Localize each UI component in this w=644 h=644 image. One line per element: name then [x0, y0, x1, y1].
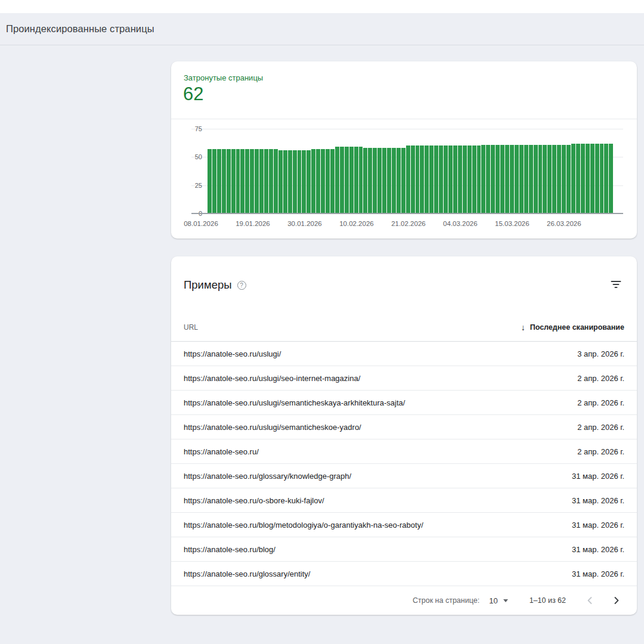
bar	[609, 144, 613, 213]
bar	[581, 144, 585, 213]
url-cell[interactable]: https://anatole-seo.ru/glossary/knowledg…	[184, 472, 572, 481]
bar	[236, 149, 240, 213]
bar	[411, 145, 415, 213]
y-axis-tick: 75	[195, 125, 202, 132]
table-row[interactable]: https://anatole-seo.ru/blog/31 мар. 2026…	[171, 537, 637, 562]
bar	[566, 145, 571, 213]
bar	[453, 145, 457, 213]
bar	[571, 144, 575, 213]
x-axis-label: 15.03.2026	[495, 220, 530, 227]
last-crawl-cell: 31 мар. 2026 г.	[572, 545, 624, 554]
table-row[interactable]: https://anatole-seo.ru/2 апр. 2026 г.	[171, 439, 637, 464]
bar	[425, 145, 429, 213]
x-axis-label: 08.01.2026	[184, 220, 218, 227]
filter-icon-bar	[613, 284, 620, 285]
bar	[576, 144, 580, 213]
bar	[510, 145, 514, 213]
column-header-last-crawl-label: Последнее сканирование	[530, 323, 624, 332]
bar	[538, 145, 543, 213]
url-cell[interactable]: https://anatole-seo.ru/o-sbore-kuki-fajl…	[184, 496, 572, 505]
bar	[363, 148, 367, 213]
last-crawl-cell: 2 апр. 2026 г.	[577, 447, 624, 456]
bar	[335, 147, 339, 213]
url-cell[interactable]: https://anatole-seo.ru/uslugi/	[184, 349, 577, 358]
table-row[interactable]: https://anatole-seo.ru/uslugi/semantiche…	[171, 391, 637, 415]
table-row[interactable]: https://anatole-seo.ru/uslugi/3 апр. 202…	[171, 342, 637, 366]
bar	[444, 145, 448, 213]
bar	[302, 150, 306, 213]
previous-page-icon[interactable]	[586, 596, 593, 605]
bar	[264, 149, 268, 213]
bar	[439, 145, 443, 213]
bar	[406, 145, 410, 213]
bar	[472, 145, 476, 213]
bar	[354, 147, 358, 213]
bar	[212, 149, 216, 213]
table-row[interactable]: https://anatole-seo.ru/uslugi/seo-intern…	[171, 366, 637, 391]
bar	[387, 148, 391, 213]
filter-icon[interactable]	[611, 281, 621, 289]
table-header: URL ↓ Последнее сканирование	[171, 313, 637, 342]
help-icon[interactable]: ?	[237, 281, 246, 290]
url-cell[interactable]: https://anatole-seo.ru/glossary/entity/	[184, 569, 572, 578]
sort-descending-icon: ↓	[521, 323, 525, 332]
table-row[interactable]: https://anatole-seo.ru/glossary/knowledg…	[171, 464, 637, 488]
y-axis-tick: 50	[195, 153, 202, 160]
bar	[434, 145, 438, 213]
card-divider	[171, 119, 637, 119]
column-header-last-crawl[interactable]: ↓ Последнее сканирование	[521, 323, 624, 332]
bar	[345, 147, 349, 213]
bars	[208, 129, 613, 213]
bar	[227, 149, 231, 213]
bar	[255, 149, 259, 213]
next-page-icon[interactable]	[614, 596, 621, 605]
bar	[401, 148, 405, 213]
bar	[392, 148, 396, 213]
last-crawl-cell: 2 апр. 2026 г.	[577, 398, 624, 407]
pagination-range: 1–10 из 62	[530, 596, 566, 605]
examples-title: Примеры	[184, 278, 232, 292]
bar	[316, 149, 320, 213]
x-axis-label: 26.03.2026	[547, 220, 581, 227]
bar	[557, 145, 561, 213]
bar	[359, 147, 363, 213]
x-axis-label: 21.02.2026	[391, 220, 426, 227]
url-cell[interactable]: https://anatole-seo.ru/	[184, 447, 577, 456]
bar	[458, 145, 462, 213]
url-cell[interactable]: https://anatole-seo.ru/uslugi/seo-intern…	[184, 374, 577, 383]
bar	[467, 145, 472, 213]
url-cell[interactable]: https://anatole-seo.ru/blog/	[184, 545, 572, 554]
rows-per-page-dropdown-icon[interactable]	[503, 599, 508, 602]
table-body: https://anatole-seo.ru/uslugi/3 апр. 202…	[171, 342, 637, 586]
table-row[interactable]: https://anatole-seo.ru/glossary/entity/3…	[171, 562, 637, 586]
bar	[463, 145, 467, 213]
bar	[288, 150, 292, 213]
bar	[330, 149, 335, 213]
page-titlebar: Проиндексированные страницы	[0, 13, 644, 45]
rows-per-page-value[interactable]: 10	[489, 596, 497, 605]
url-cell[interactable]: https://anatole-seo.ru/blog/metodologiya…	[184, 521, 572, 530]
bar	[547, 145, 552, 213]
bar	[283, 150, 287, 213]
url-cell[interactable]: https://anatole-seo.ru/uslugi/semantiche…	[184, 423, 577, 432]
url-cell[interactable]: https://anatole-seo.ru/uslugi/semantiche…	[184, 398, 577, 407]
bar	[208, 149, 212, 213]
bar	[269, 149, 273, 213]
x-axis-line	[191, 213, 623, 214]
column-header-url[interactable]: URL	[184, 323, 521, 332]
table-row[interactable]: https://anatole-seo.ru/o-sbore-kuki-fajl…	[171, 488, 637, 513]
bar	[562, 145, 566, 213]
bar	[293, 150, 297, 213]
bar	[306, 150, 311, 213]
indexed-pages-chart-card: Затронутые страницы 62 08.01.202619.01.2…	[171, 61, 637, 239]
last-crawl-cell: 31 мар. 2026 г.	[572, 521, 624, 530]
bar	[311, 149, 315, 213]
bar	[543, 145, 547, 213]
bar	[529, 145, 533, 213]
table-row[interactable]: https://anatole-seo.ru/blog/metodologiya…	[171, 513, 637, 537]
chart-plot: 08.01.202619.01.202630.01.202610.02.2026…	[208, 129, 613, 213]
y-axis-tick: 25	[195, 182, 202, 189]
bar	[524, 145, 528, 213]
table-row[interactable]: https://anatole-seo.ru/uslugi/semantiche…	[171, 415, 637, 439]
bar	[590, 144, 595, 213]
